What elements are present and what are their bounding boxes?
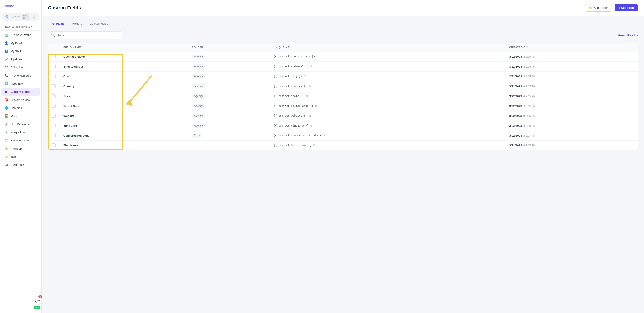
row-6-created-on: 3/22/2023 at 2:15 PM [505,111,638,121]
sidebar-item-tags[interactable]: 🏷️ Tags [1,153,40,161]
add-field-button[interactable]: + Add Field [614,4,638,11]
sidebar-item-label: Business Profile [10,33,31,37]
chat-button[interactable]: 💬 4 [32,296,42,305]
row-7-folder: Agency [188,121,270,131]
copy-icon[interactable]: ⧉ [304,75,306,78]
email-services-icon: ✉️ [4,138,8,142]
table-row: Business NameAgency{{ contact.company_na… [48,52,638,62]
sidebar-item-label: URL Redirects [10,123,29,126]
checkbox[interactable] [52,104,56,108]
table-header-field-name: Field Name [60,43,188,52]
folder-badge: Agency [192,84,205,88]
folder-badge: Agency [192,55,205,58]
sidebar-item-url-redirects[interactable]: 🔗 URL Redirects [1,120,40,128]
providers-icon: 🏷️ [4,147,8,150]
search-box[interactable]: 🔍 [48,31,122,39]
row-5-checkbox[interactable] [48,101,60,111]
tab-deleted-fields[interactable]: Deleted Fields [86,20,112,27]
row-2-checkbox[interactable] [48,71,60,81]
row-1-checkbox[interactable] [48,62,60,71]
sidebar-item-email-services[interactable]: ✉️ Email Services [1,136,40,144]
row-6-checkbox[interactable] [48,111,60,121]
checkbox[interactable] [52,84,56,88]
sidebar-item-integrations[interactable]: 🔧 Integrations [1,128,40,136]
page-title: Custom Fields [48,5,81,11]
row-1-unique-key: {{ contact.address1 }}⧉ [270,62,505,71]
sidebar-item-phone-numbers[interactable]: 📞 Phone Numbers [1,71,40,79]
sidebar-item-my-staff[interactable]: 👥 My Staff [1,47,40,55]
back-nav-label: Back to main navigation [5,25,33,28]
search-bar[interactable]: 🔍 Search ctrl K ⚡ [3,12,39,21]
row-0-created-on: 3/22/2023 at 2:15 PM [505,52,638,62]
sidebar-item-reputation[interactable]: ⚙️ Reputation [1,80,40,87]
key-text: {{ contact.website }} [274,114,307,117]
copy-icon[interactable]: ⧉ [314,143,316,147]
copy-icon[interactable]: ⧉ [310,124,312,127]
my-staff-icon: 👥 [4,49,8,53]
sidebar-item-pipelines[interactable]: 📌 Pipelines [1,55,40,63]
checkbox[interactable] [52,65,56,68]
checkbox[interactable] [52,75,56,78]
phone-numbers-icon: 📞 [4,73,8,77]
table-row: Conversation DataData{{ contact.conversa… [48,131,638,141]
copy-icon[interactable]: ⧉ [316,55,318,58]
search-label: Search [12,15,20,19]
sidebar-item-custom-fields[interactable]: ◼ Custom Fields [1,88,40,96]
sidebar-item-media[interactable]: 🖼️ Media [1,112,40,120]
row-0-checkbox[interactable] [48,52,60,62]
group-by-value[interactable]: All [632,34,636,37]
row-1-folder: Agency [188,62,270,71]
table-header-unique-key: Unique Key [270,43,505,52]
main-content: Custom Fields 📁 Add Folder + Add Field A… [42,0,644,313]
search-input[interactable] [57,34,119,37]
row-9-checkbox[interactable] [48,141,60,150]
copy-icon[interactable]: ⧉ [308,114,310,118]
row-4-checkbox[interactable] [48,91,60,101]
sidebar-item-providers[interactable]: 🏷️ Providers [1,145,40,152]
url-redirects-icon: 🔗 [4,122,8,126]
media-icon: 🖼️ [4,114,8,118]
table-row: StateAgency{{ contact.state }}⧉3/22/2023… [48,91,638,101]
row-5-unique-key: {{ contact.postal_code }}⧉ [270,101,505,111]
copy-icon[interactable]: ⧉ [315,104,317,108]
row-4-unique-key: {{ contact.state }}⧉ [270,91,505,101]
row-8-created-on: 3/22/2023 at 2:27 PM [505,131,638,141]
sidebar-item-label: Reputation [10,82,24,85]
checkbox[interactable] [52,143,56,147]
sidebar-item-audit-logs[interactable]: 📊 Audit Logs [1,161,40,169]
sidebar-bottom: 💬 4 new [0,309,42,313]
sidebar-item-domains[interactable]: 🌐 Domains [1,104,40,112]
sidebar-item-calendars[interactable]: 📅 Calendars [1,63,40,71]
sidebar-item-business-profile[interactable]: 🏢 Business Profile [1,31,40,39]
tab-all-fields[interactable]: All Fields [48,20,68,27]
add-field-label: + Add Field [618,6,634,9]
copy-icon[interactable]: ⧉ [310,65,312,68]
header-actions: 📁 Add Folder + Add Field [585,4,638,12]
checkbox[interactable] [52,55,56,58]
row-5-created-on: 3/22/2023 at 2:15 PM [505,101,638,111]
add-folder-button[interactable]: 📁 Add Folder [585,4,612,12]
sidebar-item-custom-values[interactable]: 🎯 Custom Values [1,96,40,104]
sidebar-item-my-profile[interactable]: 👤 My Profile [1,39,40,47]
back-to-main-nav[interactable]: ‹ Back to main navigation [0,23,42,31]
folder-badge: Agency [192,64,205,68]
checkbox[interactable] [52,94,56,98]
copy-icon[interactable]: ⧉ [324,134,326,137]
checkbox[interactable] [52,124,56,127]
reputation-icon: ⚙️ [4,82,8,85]
checkbox[interactable] [52,134,56,137]
tab-folders[interactable]: Folders [68,20,86,27]
checkbox[interactable] [52,114,56,118]
copy-icon[interactable]: ⧉ [308,84,310,88]
row-8-checkbox[interactable] [48,131,60,141]
sidebar-item-label: My Profile [10,41,23,45]
row-7-checkbox[interactable] [48,121,60,131]
key-text: {{ contact.city }} [274,75,302,78]
business-profile-icon: 🏢 [4,33,8,37]
row-7-unique-key: {{ contact.timezone }}⧉ [270,121,505,131]
copy-icon[interactable]: ⧉ [306,94,308,98]
fields-table-wrap: Field NameFolderUnique KeyCreated On Bus… [48,43,638,150]
row-3-checkbox[interactable] [48,81,60,91]
add-folder-label: Add Folder [594,6,608,9]
row-0-field-name: Business Name [60,52,188,62]
